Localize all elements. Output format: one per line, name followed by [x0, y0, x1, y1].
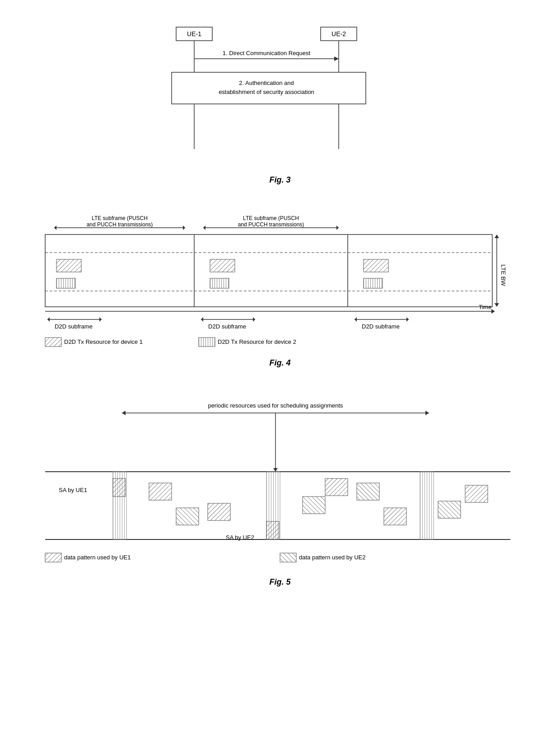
d2d-subframe2: D2D subframe: [208, 323, 246, 330]
fig4-caption: Fig. 4: [32, 358, 528, 368]
svg-rect-45: [45, 338, 61, 347]
svg-rect-41: [364, 259, 388, 272]
sa-ue1-label: SA by UE1: [59, 487, 87, 493]
svg-marker-29: [201, 317, 203, 322]
svg-rect-70: [280, 553, 296, 562]
svg-rect-59: [266, 521, 279, 539]
svg-rect-58: [113, 478, 126, 497]
step2-label-line2: establishment of security association: [219, 89, 314, 95]
svg-marker-20: [54, 225, 56, 230]
fig3-diagram: UE-1 UE-2 1. Direct Communication Reques…: [122, 23, 438, 172]
periodic-label: periodic resources used for scheduling a…: [208, 402, 343, 409]
time-label: Time: [479, 304, 491, 310]
step1-label: 1. Direct Communication Request: [223, 50, 311, 56]
svg-marker-33: [406, 317, 409, 322]
svg-rect-46: [199, 338, 215, 347]
ue2-label: UE-2: [331, 30, 346, 38]
svg-rect-61: [208, 503, 230, 521]
svg-marker-52: [122, 411, 126, 415]
svg-rect-63: [384, 508, 406, 525]
sa-ue2-label: SA by UE2: [226, 534, 254, 541]
svg-rect-65: [176, 508, 199, 525]
svg-marker-32: [355, 317, 357, 322]
fig3-caption: Fig. 3: [9, 175, 551, 185]
svg-marker-5: [334, 56, 339, 61]
svg-marker-26: [47, 317, 50, 322]
legend-device2: D2D Tx Resource for device 2: [218, 338, 296, 345]
page-container: UE-1 UE-2 1. Direct Communication Reques…: [0, 0, 560, 755]
svg-marker-18: [491, 309, 495, 314]
d2d-subframe1: D2D subframe: [55, 323, 93, 330]
legend-ue1: data pattern used by UE1: [64, 554, 131, 561]
svg-rect-68: [438, 501, 461, 518]
d2d-subframe3: D2D subframe: [362, 323, 400, 330]
svg-rect-6: [172, 72, 366, 104]
svg-rect-42: [56, 278, 75, 288]
fig4-diagram: LTE BW Time LTE subframe (PUSCH and PUCC…: [32, 212, 528, 356]
lte-subframe1-line1: LTE subframe (PUSCH: [92, 215, 148, 221]
step2-label-line1: 2. Authentication and: [239, 80, 294, 86]
svg-marker-23: [203, 225, 205, 230]
svg-marker-54: [425, 411, 429, 415]
svg-marker-15: [495, 234, 499, 238]
lte-subframe2-line1: LTE subframe (PUSCH: [243, 215, 299, 221]
ue1-label: UE-1: [187, 30, 201, 38]
svg-rect-69: [45, 553, 61, 562]
svg-rect-66: [303, 497, 325, 514]
svg-rect-39: [56, 259, 81, 272]
svg-marker-16: [495, 303, 499, 307]
legend-ue2: data pattern used by UE2: [299, 554, 365, 561]
svg-marker-50: [273, 468, 278, 472]
legend-device1: D2D Tx Resource for device 1: [64, 338, 143, 345]
lte-subframe1-line2: and PUCCH transmissions): [87, 221, 153, 228]
fig5-diagram: periodic resources used for scheduling a…: [32, 395, 528, 576]
svg-rect-43: [210, 278, 229, 288]
svg-marker-27: [99, 317, 102, 322]
svg-rect-57: [420, 472, 434, 539]
svg-rect-60: [149, 483, 172, 500]
svg-rect-9: [45, 234, 492, 307]
lte-subframe2-line2: and PUCCH transmissions): [238, 221, 304, 228]
svg-marker-30: [253, 317, 255, 322]
svg-rect-40: [210, 259, 235, 272]
fig5-caption: Fig. 5: [32, 577, 528, 587]
svg-rect-67: [357, 483, 379, 500]
svg-rect-44: [364, 278, 383, 288]
svg-marker-24: [336, 225, 339, 230]
svg-marker-21: [183, 225, 185, 230]
svg-rect-64: [465, 485, 488, 502]
lte-bw-label: LTE BW: [500, 264, 507, 286]
svg-rect-62: [325, 478, 348, 496]
